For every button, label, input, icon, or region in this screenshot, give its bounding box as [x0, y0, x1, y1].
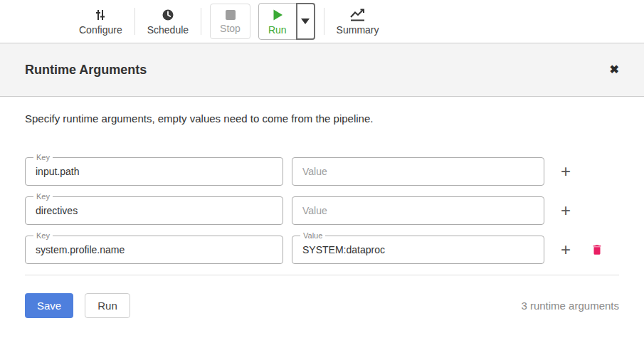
stop-square-icon — [225, 9, 236, 21]
runtime-args-list: Key + Key + Key Value + — [25, 157, 619, 264]
runtime-args-count: 3 runtime arguments — [521, 300, 619, 312]
value-input[interactable] — [292, 244, 544, 255]
clock-icon — [161, 8, 175, 22]
runtime-arg-row: Key + — [25, 196, 619, 225]
run-args-button[interactable]: Run — [85, 293, 130, 318]
close-icon[interactable]: ✖ — [610, 64, 619, 75]
add-row-button[interactable]: + — [558, 163, 574, 180]
chevron-down-icon — [301, 19, 310, 24]
configure-button[interactable]: Configure — [69, 8, 132, 35]
key-field: Key — [25, 157, 283, 186]
dialog-header: Runtime Arguments ✖ — [0, 43, 644, 97]
runtime-arg-row: Key + — [25, 157, 619, 186]
value-field — [292, 196, 544, 225]
stop-button[interactable]: Stop — [210, 4, 250, 39]
add-row-button[interactable]: + — [558, 241, 574, 258]
configure-label: Configure — [79, 25, 122, 35]
dialog-footer: Save Run 3 runtime arguments — [0, 293, 644, 318]
key-field: Key — [25, 196, 283, 225]
schedule-label: Schedule — [147, 25, 189, 35]
run-label: Run — [268, 25, 287, 35]
runtime-arg-row: Key Value + — [25, 236, 619, 264]
toolbar-divider — [324, 8, 324, 35]
key-field: Key — [25, 236, 283, 264]
value-field: Value — [292, 236, 544, 264]
page-title: Runtime Arguments — [25, 63, 147, 78]
key-input[interactable] — [26, 244, 283, 255]
key-input[interactable] — [26, 205, 283, 216]
sliders-icon — [93, 8, 107, 22]
footer-divider — [25, 275, 619, 275]
key-field-label: Key — [33, 231, 53, 240]
play-icon — [270, 8, 285, 22]
save-button[interactable]: Save — [25, 293, 73, 318]
add-row-button[interactable]: + — [558, 202, 574, 219]
summary-button[interactable]: Summary — [327, 8, 389, 35]
run-button[interactable]: Run — [258, 3, 297, 40]
run-dropdown-button[interactable] — [296, 3, 315, 40]
run-split-button: Run — [258, 3, 315, 40]
summary-label: Summary — [337, 25, 379, 35]
dialog-description: Specify runtime arguments, empty values … — [25, 112, 619, 125]
value-input[interactable] — [292, 205, 544, 216]
delete-row-button[interactable] — [591, 243, 603, 257]
schedule-button[interactable]: Schedule — [137, 8, 199, 35]
toolbar-divider — [134, 8, 135, 35]
value-input[interactable] — [292, 166, 544, 177]
value-field-label: Value — [300, 231, 325, 240]
value-field — [292, 157, 544, 186]
key-field-label: Key — [33, 153, 53, 162]
key-input[interactable] — [26, 166, 283, 177]
stop-label: Stop — [220, 23, 241, 33]
key-field-label: Key — [33, 192, 53, 201]
chart-icon — [349, 8, 366, 22]
trash-icon — [591, 243, 603, 257]
pipeline-toolbar: Configure Schedule Stop Run — [0, 0, 644, 43]
toolbar-divider — [201, 8, 201, 35]
